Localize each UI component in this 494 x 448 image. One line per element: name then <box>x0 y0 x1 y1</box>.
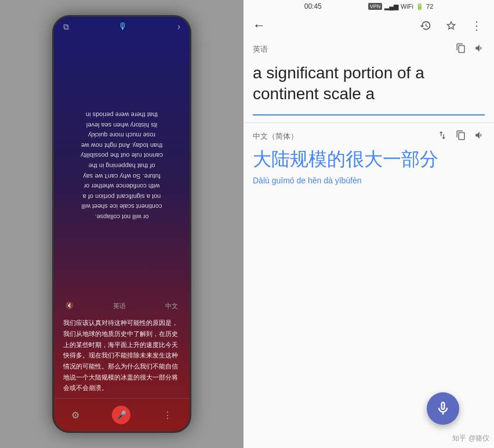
target-copy-button[interactable] <box>456 130 466 143</box>
phone-lang-chinese-label: 中文 <box>165 302 178 310</box>
status-bar: 00:45 VPN ▂▄▆ WiFi 🔋 72 <box>244 0 494 13</box>
source-lang-icons <box>456 43 485 56</box>
phone-lang-bar: 🔇 英语 中文 <box>54 299 190 313</box>
nav-icons-right: ⋮ <box>417 17 485 34</box>
target-swap-button[interactable] <box>437 130 448 143</box>
phone-clipboard-icon: ⧉ <box>63 22 69 32</box>
source-copy-button[interactable] <box>456 43 466 56</box>
battery-level: 72 <box>426 3 433 10</box>
wifi-icon: WiFi <box>401 3 413 10</box>
watermark: 知乎 @骆仪 <box>452 433 489 443</box>
target-lang-icons <box>437 130 485 143</box>
phone-bottom-bar: ⚙ 🎤 ⋮ <box>54 398 190 431</box>
source-speaker-button[interactable] <box>474 43 485 56</box>
source-text: a significant portion of a continent sca… <box>253 58 485 114</box>
phone-mute-icon: 🔇 <box>66 302 74 310</box>
more-options-button[interactable]: ⋮ <box>468 17 485 34</box>
phone-mic-button[interactable]: 🎤 <box>112 406 130 424</box>
source-lang-header: 英语 <box>253 43 485 56</box>
target-pinyin: Dàlù guīmó de hěn dà yībùfèn <box>253 176 485 185</box>
target-lang-header: 中文（简体） <box>253 130 485 143</box>
phone-mic-icon: 🎙 <box>118 21 128 32</box>
phone-inverted-text: or will not collapse. continent scale ic… <box>63 109 180 222</box>
target-text: 大陆规模的很大一部分 <box>253 147 485 172</box>
battery-icon: 🔋 <box>416 3 424 10</box>
history-button[interactable] <box>417 17 434 34</box>
translate-app-panel: 00:45 VPN ▂▄▆ WiFi 🔋 72 ← ⋮ 英语 <box>244 0 494 448</box>
status-icons: VPN ▂▄▆ WiFi 🔋 72 <box>368 3 434 10</box>
phone-inverted-text-area: or will not collapse. continent scale ic… <box>54 37 190 299</box>
phone-photo-panel: ⧉ 🎙 › or will not collapse. continent sc… <box>0 0 244 448</box>
status-time: 00:45 <box>304 2 322 10</box>
phone-settings-icon[interactable]: ⚙ <box>71 410 79 421</box>
target-speaker-button[interactable] <box>474 130 485 143</box>
vpn-badge: VPN <box>368 3 383 10</box>
back-button[interactable]: ← <box>253 18 266 33</box>
phone-lang-english-label: 英语 <box>113 302 126 310</box>
star-button[interactable] <box>443 17 459 34</box>
signal-strength: ▂▄▆ <box>384 3 398 10</box>
phone-chinese-text: 我们应该认真对待这种可能性的原因是，我们从地球的地质历史中了解到，在历史上的某些… <box>54 313 190 398</box>
source-lang-label: 英语 <box>253 44 268 55</box>
mic-fab-button[interactable] <box>427 392 459 425</box>
phone-chevron-icon: › <box>177 21 180 32</box>
phone-screen: ⧉ 🎙 › or will not collapse. continent sc… <box>54 17 190 431</box>
source-underline <box>253 114 485 115</box>
nav-left: ← <box>253 18 266 33</box>
target-lang-label: 中文（简体） <box>253 131 298 142</box>
phone-device: ⧉ 🎙 › or will not collapse. continent sc… <box>52 15 191 433</box>
phone-more-icon[interactable]: ⋮ <box>163 410 172 421</box>
nav-bar: ← ⋮ <box>244 13 494 38</box>
source-section: 英语 a significant portion of a continent … <box>244 38 494 123</box>
